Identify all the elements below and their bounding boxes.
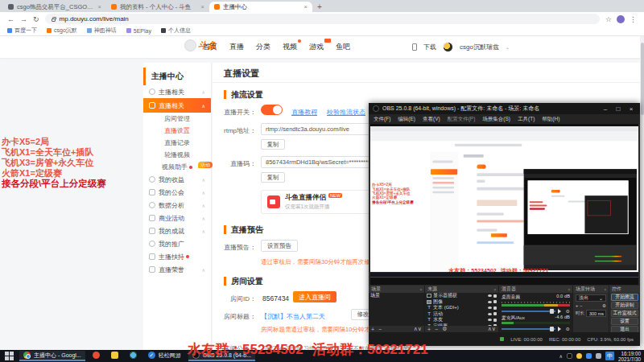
back-icon[interactable]: ←: [7, 15, 14, 23]
add-transition-button[interactable]: +: [576, 303, 578, 308]
tab-profile[interactable]: 我的资料 - 个人中心 - 斗鱼 ×: [106, 2, 209, 12]
scenes-list[interactable]: 场景: [369, 293, 424, 326]
sidebar-item-achievements[interactable]: 我的成就∧: [143, 224, 211, 237]
add-source-button[interactable]: +: [427, 327, 431, 332]
ime-indicator[interactable]: 中: [605, 352, 614, 360]
tab-close-icon[interactable]: ×: [97, 3, 101, 10]
tab-anchor-center[interactable]: 主播中心 ×: [209, 2, 312, 12]
audio-gear-icon[interactable]: ⚙: [566, 326, 570, 331]
slider-knob[interactable]: [550, 309, 554, 314]
menu-view[interactable]: 查看(V): [423, 116, 440, 123]
taskbar-qq[interactable]: [89, 351, 104, 361]
taskbar-app-globe[interactable]: [126, 351, 141, 361]
sidebar-item-video-assistant[interactable]: 视频助手 活动: [143, 161, 211, 173]
transition-gear-icon[interactable]: ⚙: [602, 303, 606, 308]
maximize-icon[interactable]: □: [613, 105, 623, 113]
page-scrollbar[interactable]: [640, 36, 644, 350]
mic-volume-slider[interactable]: [502, 328, 555, 330]
move-up-down-icons[interactable]: ∧∨: [414, 326, 422, 332]
visibility-eye-icon[interactable]: [488, 294, 492, 297]
detach-icon[interactable]: ▫: [420, 287, 422, 292]
visibility-eye-icon[interactable]: [488, 306, 492, 309]
minimize-icon[interactable]: –: [601, 105, 610, 113]
sidebar-item-promotion[interactable]: 我的推广: [143, 237, 211, 250]
move-up-down-icons[interactable]: ∧∨: [488, 326, 496, 332]
taskbar-clock[interactable]: 16:19:00 2021/7/30: [618, 351, 641, 362]
sidebar-item-room-manage[interactable]: 房间管理: [143, 113, 211, 125]
transition-select[interactable]: 淡出⌄: [576, 294, 606, 302]
remove-scene-button[interactable]: −: [378, 327, 382, 332]
detach-icon[interactable]: ▫: [605, 287, 606, 292]
visibility-eye-icon[interactable]: [488, 313, 492, 315]
bookmark-star-icon[interactable]: ☆: [605, 15, 612, 23]
studio-mode-button[interactable]: 工作室模式: [611, 310, 638, 317]
nav-game[interactable]: 游戏: [309, 42, 324, 52]
set-preview-button[interactable]: 设置预告: [261, 240, 298, 252]
speaker-icon[interactable]: [558, 309, 564, 314]
enter-room-button[interactable]: 进入直播间: [293, 291, 336, 302]
add-scene-button[interactable]: +: [371, 327, 374, 332]
sidebar-item-guild[interactable]: 我的公会∧: [143, 186, 211, 199]
start-recording-button[interactable]: 开始录制: [611, 302, 638, 309]
forward-icon[interactable]: →: [20, 15, 27, 23]
scrollbar-thumb[interactable]: [641, 43, 644, 115]
nav-category[interactable]: 分类: [256, 42, 270, 52]
menu-file[interactable]: 文件(F): [374, 116, 390, 123]
sidebar-item-carousel-video[interactable]: 轮播视频: [143, 149, 211, 161]
sidebar-item-live-related[interactable]: 直播相关 ∧: [143, 98, 211, 113]
bookmark-baidu[interactable]: 百度一下: [7, 27, 37, 35]
user-avatar[interactable]: [443, 42, 453, 52]
detach-icon[interactable]: ▫: [568, 287, 570, 292]
sidebar-item-honor[interactable]: 直播荣誉∧: [143, 263, 211, 276]
bookmark-personal[interactable]: 个人信息: [161, 27, 191, 35]
tab-close-icon[interactable]: ×: [200, 3, 204, 10]
tray-obs-icon[interactable]: [567, 353, 572, 359]
new-tab-button[interactable]: +: [317, 2, 322, 12]
sidebar-item-business[interactable]: 商业活动∧: [143, 212, 211, 224]
speaker-icon[interactable]: [558, 327, 564, 331]
obs-window[interactable]: OBS 25.0.8 (64-bit, windows) - 配置文件: 未命名…: [369, 103, 640, 346]
tab-close-icon[interactable]: ×: [303, 3, 308, 10]
taskbar-app-yellow[interactable]: [107, 351, 122, 361]
sidebar-item-support[interactable]: 主播扶持: [143, 250, 211, 263]
start-button[interactable]: [0, 350, 18, 362]
close-icon[interactable]: ×: [626, 105, 636, 113]
taskbar-net-booster[interactable]: ✓ 轻松网游: [144, 351, 185, 361]
obs-preview[interactable]: 办卡X5=2局 飞机X1=全天车位+插队 飞机X3=房管+永久车位 火箭X1=定…: [370, 124, 638, 285]
tab-csgo-trade[interactable]: csgo饰品交易平台_CSGO国服... ×: [3, 2, 106, 12]
nav-video[interactable]: 视频: [283, 42, 297, 52]
lock-icon[interactable]: [493, 306, 497, 310]
nav-live[interactable]: 直播: [229, 42, 244, 52]
url-bar[interactable]: mp.douyu.com/live/main: [45, 14, 600, 24]
browser-menu-icon[interactable]: ⋮: [630, 15, 637, 23]
visibility-eye-icon[interactable]: [488, 301, 492, 303]
bookmark-folder[interactable]: 神图神话: [87, 27, 117, 35]
sidebar-item-live-settings[interactable]: 直播设置: [143, 125, 211, 137]
settings-button[interactable]: 设置: [611, 318, 638, 325]
bookmark-csgo[interactable]: csgo沉默: [47, 27, 77, 35]
username[interactable]: csgo沉默瑞兹: [460, 43, 499, 51]
sources-list[interactable]: 显示器捕获 图像 T文本 (GDI+) T活动 T水友 T定级赛: [425, 293, 498, 326]
sidebar-item-earnings[interactable]: 我的收益∧: [143, 173, 211, 186]
lock-icon[interactable]: [493, 300, 497, 303]
lock-icon[interactable]: [493, 319, 497, 322]
lock-icon[interactable]: [493, 294, 497, 298]
remove-source-button[interactable]: −: [435, 327, 438, 332]
desktop-volume-slider[interactable]: [502, 311, 555, 312]
detach-icon[interactable]: ▫: [494, 287, 496, 292]
scene-item[interactable]: 场景: [369, 293, 424, 299]
tutorial-link[interactable]: 直播教程: [291, 108, 317, 117]
nav-home[interactable]: 首页: [203, 42, 217, 52]
tray-app-icon[interactable]: [586, 353, 592, 359]
sidebar-item-live-records[interactable]: 直播记录: [143, 137, 211, 149]
nav-yuba[interactable]: 鱼吧: [336, 42, 350, 52]
menu-help[interactable]: 帮助(H): [542, 116, 559, 123]
audio-gear-icon[interactable]: ⚙: [566, 308, 570, 314]
obs-titlebar[interactable]: OBS 25.0.8 (64-bit, windows) - 配置文件: 未命名…: [369, 103, 640, 114]
bookmark-5eplay[interactable]: 5EPlay: [126, 28, 151, 34]
menu-edit[interactable]: 编辑(E): [398, 116, 415, 123]
tray-volume-icon[interactable]: [596, 353, 601, 359]
remove-transition-button[interactable]: −: [580, 303, 582, 308]
tray-expand-icon[interactable]: ∧: [559, 353, 563, 359]
taskbar-chrome[interactable]: 主播中心 - Googl...: [19, 351, 85, 361]
